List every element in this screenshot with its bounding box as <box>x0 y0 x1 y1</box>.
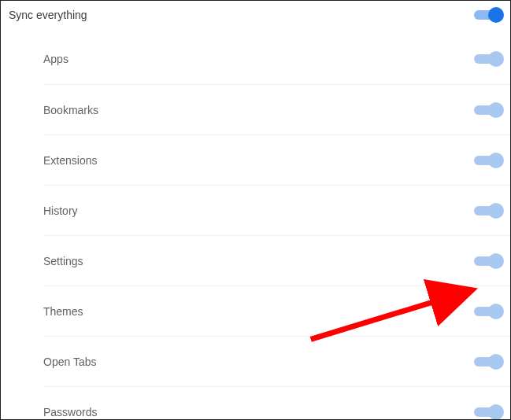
item-label: Themes <box>43 305 83 318</box>
sync-item-themes: Themes <box>43 286 510 336</box>
toggle-thumb <box>488 51 504 67</box>
toggle-thumb <box>488 404 504 420</box>
toggle-thumb <box>488 7 504 23</box>
toggle-sync-everything[interactable] <box>474 7 502 23</box>
toggle-thumb <box>488 203 504 219</box>
toggle-themes[interactable] <box>474 304 502 319</box>
sync-item-extensions: Extensions <box>43 134 510 185</box>
sync-item-passwords: Passwords <box>43 386 510 420</box>
toggle-passwords[interactable] <box>474 404 502 420</box>
sync-everything-row: Sync everything <box>1 1 510 34</box>
sync-everything-label: Sync everything <box>9 9 87 21</box>
toggle-settings[interactable] <box>474 253 502 269</box>
sync-settings-panel: Sync everything Apps Bookmarks Extension… <box>0 0 511 420</box>
item-label: Settings <box>43 255 83 267</box>
sync-item-open-tabs: Open Tabs <box>43 336 510 386</box>
item-label: Apps <box>43 53 69 65</box>
toggle-open-tabs[interactable] <box>474 354 502 370</box>
sync-item-settings: Settings <box>43 235 510 286</box>
toggle-history[interactable] <box>474 203 502 219</box>
toggle-thumb <box>488 102 504 118</box>
item-label: Passwords <box>43 406 97 418</box>
toggle-thumb <box>488 354 504 370</box>
item-label: History <box>43 204 78 217</box>
item-label: Open Tabs <box>43 356 96 368</box>
sync-item-apps: Apps <box>43 34 510 84</box>
toggle-thumb <box>488 304 504 319</box>
sync-item-bookmarks: Bookmarks <box>43 84 510 134</box>
item-label: Extensions <box>43 154 97 167</box>
toggle-extensions[interactable] <box>474 153 502 168</box>
sync-item-history: History <box>43 185 510 235</box>
toggle-thumb <box>488 253 504 269</box>
toggle-thumb <box>488 153 504 168</box>
toggle-apps[interactable] <box>474 51 502 67</box>
toggle-bookmarks[interactable] <box>474 102 502 118</box>
sync-items-list: Apps Bookmarks Extensions History <box>1 34 510 420</box>
item-label: Bookmarks <box>43 104 98 116</box>
